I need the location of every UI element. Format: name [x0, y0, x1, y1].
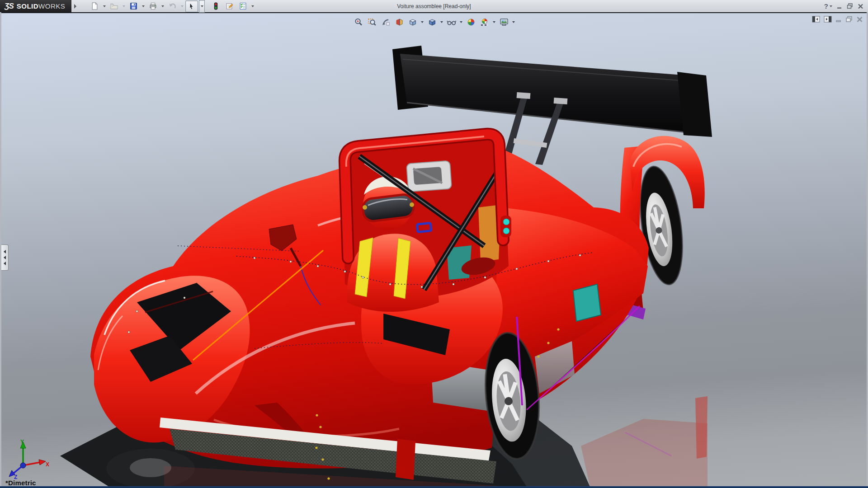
design-checker-icon [239, 2, 247, 10]
zoom-to-area-button[interactable] [366, 16, 378, 28]
orientation-triad: Y X Z [6, 438, 49, 480]
comment-button[interactable] [223, 0, 236, 12]
appearance-stoplight-icon [212, 2, 219, 10]
help-dropdown-icon[interactable] [830, 5, 832, 7]
view-orientation-button[interactable] [406, 16, 419, 28]
collapse-arrow-icon [4, 262, 6, 265]
feature-pane-toggle-icon [812, 16, 820, 23]
zoom-to-area-icon [368, 18, 377, 27]
display-style-icon [428, 18, 437, 27]
title-bar: ƷS SOLIDWORKS [0, 0, 868, 12]
display-pane-toggle-icon [824, 16, 832, 23]
section-view-button[interactable] [393, 16, 405, 28]
save-dropdown[interactable] [141, 1, 146, 12]
appearance-button[interactable] [209, 0, 222, 12]
side-window-teal[interactable] [573, 284, 601, 321]
teal-knob [503, 219, 509, 225]
restore-icon [847, 3, 853, 9]
minimize-icon [837, 4, 842, 9]
edit-appearance-icon [467, 18, 476, 27]
menu-flyout-arrow-icon[interactable] [74, 4, 76, 9]
help-button[interactable]: ? [824, 2, 828, 10]
apply-scene-icon [480, 18, 489, 27]
minimize-document-button[interactable] [835, 16, 842, 23]
brand-name-bold: SOLID [17, 2, 38, 10]
print-button[interactable] [146, 0, 159, 12]
select-cursor-icon [188, 3, 195, 10]
undo-dropdown[interactable] [179, 1, 184, 12]
brand-name-light: WORKS [38, 2, 65, 10]
close-document-button[interactable] [856, 16, 863, 23]
zoom-to-fit-button[interactable] [352, 16, 364, 28]
window-border-bottom [0, 486, 868, 488]
zoom-to-fit-icon [354, 18, 363, 27]
restore-document-button[interactable] [845, 16, 853, 23]
select-button[interactable] [185, 0, 198, 12]
save-button[interactable] [127, 0, 140, 12]
minimize-document-icon [835, 16, 842, 23]
apply-scene-dropdown[interactable] [492, 17, 496, 28]
design-checker-dropdown[interactable] [250, 1, 255, 12]
hide-show-items-dropdown[interactable] [459, 17, 463, 28]
triad-y-label: Y [20, 439, 24, 445]
apply-scene-button[interactable] [478, 16, 491, 28]
graphics-area[interactable]: Y X Z *Dimetric [1, 12, 867, 486]
feature-manager-collapsed-tab[interactable] [1, 244, 9, 271]
teal-knob [503, 228, 509, 234]
previous-view-icon [381, 18, 390, 27]
view-orientation-label: *Dimetric [5, 479, 36, 486]
edit-appearance-button[interactable] [465, 16, 477, 28]
helmet-visor [362, 193, 415, 222]
select-dropdown[interactable] [199, 0, 205, 13]
design-checker-button[interactable] [236, 0, 249, 12]
section-view-icon [395, 18, 404, 27]
grille-center-pillar [396, 439, 415, 480]
new-document-dropdown[interactable] [102, 1, 107, 12]
view-settings-button[interactable] [498, 16, 510, 28]
brand-mark: ƷS [5, 2, 14, 11]
display-style-button[interactable] [426, 16, 438, 28]
print-icon [149, 2, 157, 10]
print-dropdown[interactable] [160, 1, 165, 12]
minimize-button[interactable] [837, 4, 842, 9]
restore-button[interactable] [847, 3, 853, 9]
hide-show-items-icon [447, 18, 457, 27]
race-car-model[interactable] [1, 13, 867, 486]
view-orientation-icon [408, 18, 417, 27]
solidworks-logo: ƷS SOLIDWORKS [0, 0, 71, 12]
window-border-left [0, 12, 1, 488]
collapse-arrow-icon [4, 256, 6, 259]
new-document-button[interactable] [88, 0, 101, 12]
open-document-dropdown[interactable] [121, 1, 126, 12]
new-document-icon [91, 2, 99, 10]
undo-button[interactable] [166, 0, 179, 12]
comment-note-icon [226, 2, 233, 10]
window-title: Voiture assomblee [Read-only] [397, 0, 471, 12]
close-document-icon [856, 16, 863, 23]
standard-toolbar [88, 0, 255, 13]
display-style-dropdown[interactable] [439, 17, 444, 28]
close-button[interactable] [858, 4, 863, 9]
close-icon [858, 4, 863, 9]
window-controls: ? [824, 0, 863, 12]
display-pane-toggle-button[interactable] [824, 16, 832, 23]
checker-floor [481, 24, 488, 26]
collapse-arrow-icon [4, 250, 6, 253]
intake-box[interactable] [406, 161, 452, 192]
view-settings-dropdown[interactable] [511, 17, 516, 28]
view-orientation-dropdown[interactable] [420, 17, 425, 28]
feature-pane-toggle-button[interactable] [812, 16, 820, 23]
open-document-button[interactable] [108, 0, 120, 12]
undo-icon [168, 2, 176, 10]
heads-up-view-toolbar [352, 16, 516, 28]
hide-show-items-button[interactable] [445, 16, 458, 28]
view-settings-icon [500, 18, 509, 27]
document-window-controls [812, 16, 863, 23]
save-floppy-icon [130, 2, 137, 10]
restore-document-icon [845, 16, 853, 23]
previous-view-button[interactable] [379, 16, 392, 28]
triad-x-label: X [46, 461, 49, 468]
open-folder-icon [110, 2, 118, 10]
solidworks-window: ƷS SOLIDWORKS [0, 0, 868, 488]
